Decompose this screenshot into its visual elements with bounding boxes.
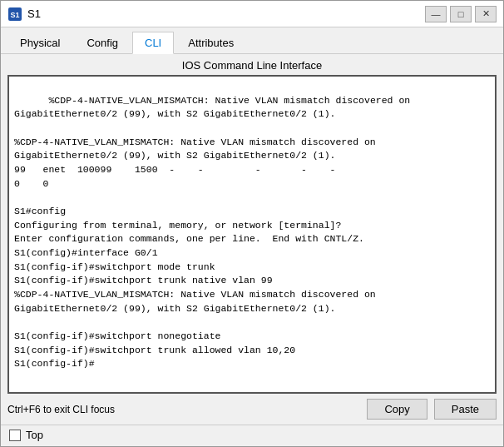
paste-button[interactable]: Paste xyxy=(434,399,497,420)
cli-text: %CDP-4-NATIVE_VLAN_MISMATCH: Native VLAN… xyxy=(14,95,410,370)
tab-config[interactable]: Config xyxy=(74,32,131,54)
tab-bar: Physical Config CLI Attributes xyxy=(1,27,503,54)
top-checkbox[interactable] xyxy=(9,430,21,441)
tab-cli[interactable]: CLI xyxy=(132,32,174,54)
close-button[interactable]: ✕ xyxy=(475,6,497,22)
maximize-button[interactable]: □ xyxy=(450,6,472,22)
title-bar: S1 S1 — □ ✕ xyxy=(1,1,503,27)
section-title: IOS Command Line Interface xyxy=(1,54,503,75)
window-title: S1 xyxy=(27,7,425,20)
copy-button[interactable]: Copy xyxy=(367,399,427,420)
top-label: Top xyxy=(26,429,43,441)
footer-bar: Top xyxy=(1,425,503,446)
top-checkbox-container[interactable]: Top xyxy=(9,429,43,441)
tab-physical[interactable]: Physical xyxy=(7,32,72,54)
content-area: %CDP-4-NATIVE_VLAN_MISMATCH: Native VLAN… xyxy=(1,75,503,394)
cli-hint: Ctrl+F6 to exit CLI focus xyxy=(7,404,360,415)
window-controls: — □ ✕ xyxy=(425,6,497,22)
minimize-button[interactable]: — xyxy=(425,6,447,22)
bottom-bar: Ctrl+F6 to exit CLI focus Copy Paste xyxy=(1,394,503,425)
tab-attributes[interactable]: Attributes xyxy=(175,32,246,54)
main-window: S1 S1 — □ ✕ Physical Config CLI Attribut… xyxy=(0,0,504,447)
S1-icon: S1 xyxy=(7,7,22,22)
svg-text:S1: S1 xyxy=(10,11,19,19)
cli-output[interactable]: %CDP-4-NATIVE_VLAN_MISMATCH: Native VLAN… xyxy=(7,75,497,394)
